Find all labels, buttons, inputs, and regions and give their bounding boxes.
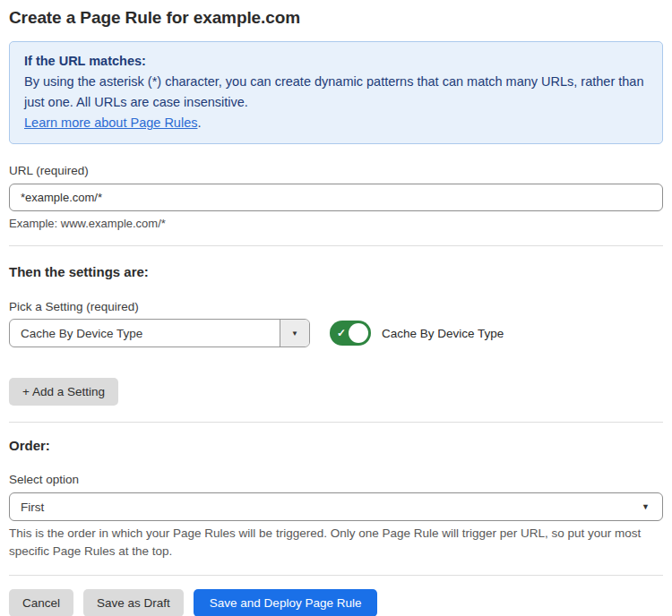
check-icon: ✓	[337, 328, 346, 338]
divider	[9, 245, 663, 246]
cache-device-toggle[interactable]: ✓	[330, 321, 371, 346]
pick-setting-label: Pick a Setting (required)	[9, 300, 663, 313]
setting-select-value: Cache By Device Type	[10, 320, 280, 346]
info-box-body: By using the asterisk (*) character, you…	[24, 72, 648, 113]
save-draft-button[interactable]: Save as Draft	[83, 589, 184, 616]
settings-section-heading: Then the settings are:	[9, 264, 663, 279]
chevron-down-icon: ▼	[642, 502, 650, 511]
url-match-info-box: If the URL matches: By using the asteris…	[9, 41, 663, 144]
url-field-label: URL (required)	[9, 164, 663, 177]
toggle-knob	[349, 323, 368, 343]
setting-row: Cache By Device Type ▼ ✓ Cache By Device…	[9, 319, 663, 347]
page-title: Create a Page Rule for example.com	[9, 8, 663, 28]
order-select-value: First	[21, 500, 44, 514]
divider	[9, 575, 663, 576]
url-input[interactable]	[9, 184, 663, 211]
add-setting-button[interactable]: + Add a Setting	[9, 378, 118, 406]
info-link-line: Learn more about Page Rules.	[24, 113, 648, 133]
footer-actions: Cancel Save as Draft Save and Deploy Pag…	[9, 589, 663, 616]
setting-select[interactable]: Cache By Device Type ▼	[9, 319, 310, 347]
divider	[9, 422, 663, 423]
learn-more-link[interactable]: Learn more about Page Rules	[24, 116, 197, 130]
chevron-down-icon: ▼	[291, 329, 298, 338]
order-section-heading: Order:	[9, 438, 663, 453]
order-select-label: Select option	[9, 473, 663, 486]
info-box-heading: If the URL matches:	[24, 51, 648, 72]
cancel-button[interactable]: Cancel	[9, 589, 73, 616]
order-help-text: This is the order in which your Page Rul…	[9, 525, 663, 560]
setting-select-arrow-button[interactable]: ▼	[280, 320, 309, 346]
save-deploy-button[interactable]: Save and Deploy Page Rule	[194, 589, 378, 616]
url-example-text: Example: www.example.com/*	[9, 217, 663, 230]
order-select[interactable]: First ▼	[9, 492, 663, 521]
link-period: .	[197, 116, 201, 130]
toggle-label: Cache By Device Type	[382, 327, 504, 340]
